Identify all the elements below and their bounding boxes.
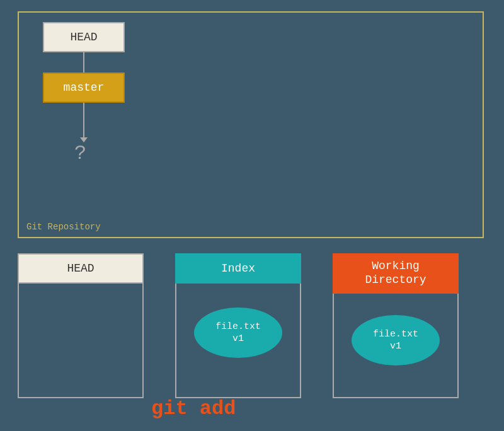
git-repo-label: Git Repository [26,222,101,232]
working-directory-box-header: WorkingDirectory [333,253,459,294]
file-oval-wd: file.txtv1 [352,315,440,365]
index-box-header: Index [175,253,301,284]
question-mark: ? [74,142,86,165]
master-box: master [43,72,125,103]
file-wd-label: file.txtv1 [373,328,418,353]
head-top-label: HEAD [70,31,97,43]
file-index-label: file.txtv1 [215,321,261,345]
master-label: master [64,81,105,94]
file-oval-index: file.txtv1 [194,307,282,358]
arrow-master-to-question [83,103,84,137]
head-box-top: HEAD [43,22,125,52]
arrow-head-to-master [83,52,84,72]
head-box-bottom: HEAD [18,253,144,284]
git-add-label: git add [151,397,236,420]
index-label: Index [221,262,255,275]
working-directory-label: WorkingDirectory [365,260,426,287]
head-bottom-label: HEAD [67,262,94,275]
